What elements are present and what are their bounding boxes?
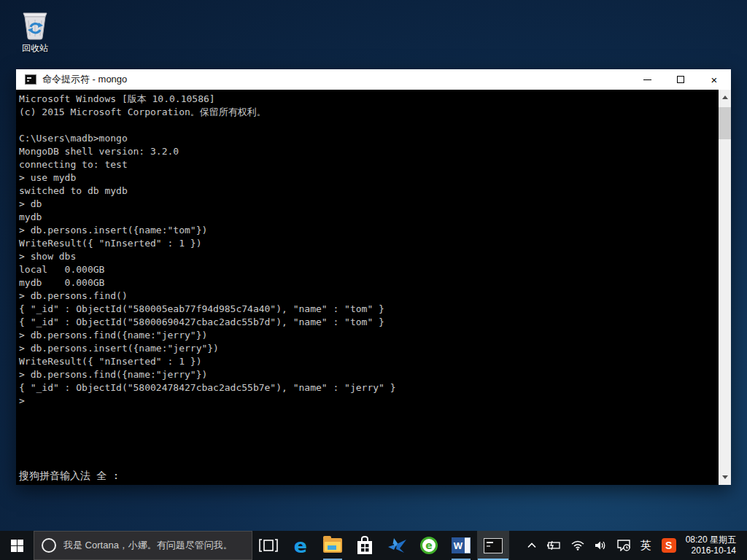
recycle-bin-label: 回收站 <box>7 42 63 55</box>
desktop: 回收站 命令提示符 - mongo × Microsoft Windows [版… <box>0 0 747 560</box>
console-line: > show dbs <box>19 250 716 263</box>
scroll-thumb[interactable] <box>719 107 731 139</box>
console-line: > <box>19 394 716 408</box>
edge-icon: e <box>294 536 307 556</box>
taskbar-xunlei-button[interactable] <box>381 531 413 560</box>
console-line: { "_id" : ObjectId("580005eab77f94d985c7… <box>19 303 716 316</box>
console-output: Microsoft Windows [版本 10.0.10586](c) 201… <box>19 93 716 408</box>
recycle-bin[interactable]: 回收站 <box>7 6 63 55</box>
console-line: > db <box>19 198 716 211</box>
console-line: Microsoft Windows [版本 10.0.10586] <box>19 93 716 106</box>
tray-action-center-button[interactable] <box>612 531 635 560</box>
close-button[interactable]: × <box>697 69 731 90</box>
minimize-button[interactable] <box>630 69 664 90</box>
console-line: { "_id" : ObjectId("58002478427cbac2adc5… <box>19 381 716 394</box>
tray-overflow-button[interactable] <box>522 531 541 560</box>
scroll-up-button[interactable] <box>719 91 731 104</box>
maximize-icon <box>677 76 684 83</box>
minimize-icon <box>643 79 651 80</box>
console-line: connecting to: test <box>19 158 716 171</box>
console-line: > db.persons.insert({name:"tom"}) <box>19 224 716 237</box>
store-icon <box>356 536 374 555</box>
scrollbar[interactable] <box>719 90 731 485</box>
window-title: 命令提示符 - mongo <box>42 73 127 86</box>
taskbar-green-browser-button[interactable]: e <box>413 531 445 560</box>
speaker-icon <box>595 540 607 551</box>
console-line: mydb 0.000GB <box>19 276 716 289</box>
xunlei-bird-icon <box>387 537 407 554</box>
window-controls: × <box>630 69 731 90</box>
tray-wifi-button[interactable] <box>566 531 589 560</box>
cmd-taskbar-icon <box>484 538 503 553</box>
cortana-search-box[interactable]: 我是 Cortana，小娜。有问题尽管问我。 <box>34 531 252 560</box>
task-view-icon <box>259 539 278 552</box>
taskbar-file-explorer-button[interactable] <box>317 531 349 560</box>
console-line: local 0.000GB <box>19 263 716 276</box>
console-line: > db.persons.find({name:"jerry"}) <box>19 329 716 342</box>
system-tray: 英 S 08:20 星期五 2016-10-14 <box>522 531 747 560</box>
scroll-up-icon <box>722 96 728 99</box>
tray-ime-language-button[interactable]: 英 <box>635 531 657 560</box>
cortana-search-text: 我是 Cortana，小娜。有问题尽管问我。 <box>63 539 233 552</box>
tray-sogou-button[interactable]: S <box>657 531 681 560</box>
ime-status-line: 搜狗拼音输入法 全 : <box>19 470 119 483</box>
console-line: > db.persons.find({name:"jerry"}) <box>19 368 716 381</box>
taskbar-cmd-button[interactable] <box>477 531 509 560</box>
taskbar-task-view-button[interactable] <box>252 531 285 560</box>
action-center-icon <box>617 540 630 551</box>
tray-clock[interactable]: 08:20 星期五 2016-10-14 <box>681 534 743 556</box>
word-icon: W <box>452 537 471 553</box>
green-browser-icon: e <box>420 537 438 554</box>
scroll-down-icon <box>722 475 728 479</box>
console-line: (c) 2015 Microsoft Corporation。保留所有权利。 <box>19 106 716 119</box>
recycle-bin-icon <box>19 6 51 41</box>
start-button[interactable] <box>0 531 34 560</box>
scroll-down-button[interactable] <box>719 471 731 483</box>
sogou-icon: S <box>662 538 676 553</box>
wifi-icon <box>571 540 584 551</box>
windows-logo-icon <box>11 540 23 552</box>
taskbar-edge-button[interactable]: e <box>285 531 317 560</box>
console-line: MongoDB shell version: 3.2.0 <box>19 145 716 158</box>
cortana-icon <box>42 538 56 553</box>
console-line <box>19 119 716 132</box>
clock-date: 2016-10-14 <box>686 545 736 556</box>
chevron-up-icon <box>527 542 536 548</box>
console-line: switched to db mydb <box>19 184 716 198</box>
ime-language-label: 英 <box>640 539 651 553</box>
taskbar-word-button[interactable]: W <box>445 531 477 560</box>
console-line: > db.persons.insert({name:"jerry"}) <box>19 342 716 355</box>
console-line: > db.persons.find() <box>19 289 716 303</box>
console[interactable]: Microsoft Windows [版本 10.0.10586](c) 201… <box>16 90 731 485</box>
battery-icon <box>546 541 561 550</box>
tray-battery-button[interactable] <box>541 531 566 560</box>
console-line: > use mydb <box>19 171 716 184</box>
console-line: C:\Users\madb>mongo <box>19 132 716 145</box>
console-line: { "_id" : ObjectId("58000690427cbac2adc5… <box>19 316 716 329</box>
console-line: WriteResult({ "nInserted" : 1 }) <box>19 237 716 250</box>
taskbar-store-button[interactable] <box>349 531 381 560</box>
tray-volume-button[interactable] <box>589 531 612 560</box>
cmd-icon <box>25 74 36 85</box>
file-explorer-icon <box>323 538 342 553</box>
console-line: WriteResult({ "nInserted" : 1 }) <box>19 355 716 368</box>
taskbar: 我是 Cortana，小娜。有问题尽管问我。 e <box>0 531 747 560</box>
maximize-button[interactable] <box>664 69 697 90</box>
console-line: mydb <box>19 211 716 224</box>
titlebar[interactable]: 命令提示符 - mongo × <box>16 69 731 90</box>
clock-time: 08:20 星期五 <box>686 534 736 545</box>
cmd-window: 命令提示符 - mongo × Microsoft Windows [版本 10… <box>16 69 731 485</box>
